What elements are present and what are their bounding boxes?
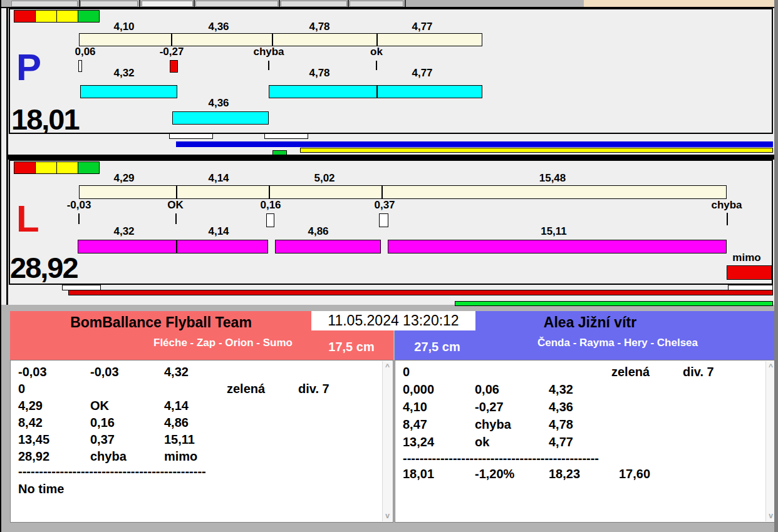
lane-l-panel: 4,29 4,14 5,02 15,48 -0,03 OK 0,16 0,37 … — [9, 160, 773, 285]
toolbar-fragment — [142, 1, 193, 7]
result-cell: 4,36 — [549, 399, 573, 415]
timeline-white-bar — [169, 133, 213, 139]
toolbar-tick — [348, 0, 349, 7]
lane-p-panel: 4,10 4,36 4,78 4,77 0,06 -0,27 chyba ok … — [9, 8, 773, 134]
timeline-yellow-bar — [300, 148, 773, 153]
total-diff-cell: -1,20% — [475, 466, 514, 482]
result-row: 13,45 0,37 15,11 — [11, 431, 393, 448]
team-left-dogs: Fléche - Zap - Orion - Sumo — [98, 337, 348, 349]
total-cell: 18,23 — [549, 466, 580, 482]
pass-marker-tick — [268, 61, 269, 70]
result-cell: 4,10 — [403, 399, 427, 415]
pass-mark-label: chyba — [241, 46, 297, 58]
dog-time-bar — [269, 85, 482, 98]
team-left-name: BomBallance Flyball Team — [10, 313, 312, 332]
result-cell: 4,14 — [164, 397, 189, 414]
split-bar-divider — [176, 186, 177, 198]
result-row: -0,03 -0,03 4,32 — [11, 364, 393, 381]
pass-mark-label: 0,16 — [242, 200, 299, 211]
result-row: 13,24 ok 4,77 — [395, 434, 776, 451]
split-bar-divider — [269, 186, 270, 198]
divider-dashes: ----------------------------------------… — [403, 450, 599, 466]
dog-time-label: 15,11 — [526, 226, 582, 237]
pass-mark-label: OK — [147, 200, 204, 211]
result-cell: 0 — [403, 364, 410, 380]
result-cell: 4,86 — [164, 414, 189, 431]
left-list-scrollbar[interactable]: ^ v — [382, 361, 392, 521]
status-square-red — [14, 10, 36, 23]
result-row: 28,92 chyba mimo — [11, 448, 393, 465]
team-left-results-list[interactable]: -0,03 -0,03 4,32 0 zelená div. 7 4,29 OK… — [10, 360, 393, 523]
scroll-down-icon[interactable]: v — [383, 512, 392, 519]
split-time-label: 5,02 — [296, 173, 353, 184]
toolbar-tick — [79, 0, 80, 7]
toolbar-fragment — [350, 1, 403, 7]
result-cell: -0,03 — [90, 364, 119, 380]
result-cell: 4,77 — [549, 434, 573, 450]
timeline-blue-bar — [176, 141, 773, 147]
team-right-dogs: Čenda - Rayma - Hery - Chelsea — [461, 337, 774, 349]
flyball-timer-window: 4,10 4,36 4,78 4,77 0,06 -0,27 chyba ok … — [0, 0, 778, 532]
result-row: 8,42 0,16 4,86 — [11, 414, 393, 431]
totals-row: 18,01 -1,20% 18,23 17,60 — [395, 466, 776, 483]
status-square-yellow — [35, 10, 57, 23]
toolbar-fragment — [281, 1, 347, 7]
result-cell: 4,32 — [164, 364, 189, 380]
total-time-cell: 18,01 — [403, 466, 434, 482]
result-cell: chyba — [90, 448, 127, 464]
no-time-label: No time — [18, 481, 64, 497]
lane-divider — [8, 155, 777, 160]
footer-row: No time — [11, 481, 393, 498]
result-cell: 4,78 — [549, 416, 573, 432]
pass-marker-white — [266, 213, 274, 227]
result-cell: 4,29 — [18, 397, 43, 414]
window-right-border — [774, 0, 778, 532]
toolbar-tan-area — [584, 0, 775, 7]
team-right-results-list[interactable]: 0 zelená div. 7 0,000 0,06 4,32 4,10 -0,… — [395, 360, 777, 523]
toolbar-fragment — [80, 1, 138, 7]
lane-l-total-time: 28,92 — [10, 255, 78, 281]
dog-time-label: 4,36 — [190, 98, 247, 109]
result-row: 8,47 chyba 4,78 — [395, 416, 776, 433]
dog-bar-divider — [176, 240, 177, 253]
result-cell: div. 7 — [683, 364, 714, 380]
result-cell: 13,45 — [18, 431, 49, 448]
dog-bar-divider — [376, 86, 378, 98]
scroll-up-icon[interactable]: ^ — [383, 363, 392, 371]
dog-time-bar — [172, 111, 269, 125]
result-cell: 15,11 — [164, 431, 195, 448]
pass-marker-white — [379, 213, 388, 227]
split-time-label: 4,77 — [394, 21, 450, 33]
result-row: 0,000 0,06 4,32 — [395, 381, 776, 398]
result-row: 0 zelená div. 7 — [11, 381, 393, 397]
result-row: 4,10 -0,27 4,36 — [395, 399, 776, 416]
dog-time-label: 4,78 — [291, 68, 348, 79]
dog-time-bar — [78, 240, 268, 253]
split-bar-divider — [272, 34, 273, 46]
timeline-white-bar — [264, 133, 308, 139]
split-time-label: 4,14 — [190, 173, 247, 184]
result-row: 4,29 OK 4,14 — [11, 397, 393, 414]
dog-time-label: 4,32 — [96, 68, 152, 79]
pass-marker-tick — [376, 61, 377, 70]
divider-row: ----------------------------------------… — [395, 450, 776, 467]
overflow-red-bar — [727, 265, 772, 280]
team-right-jump-height: 27,5 cm — [402, 339, 472, 355]
result-cell: 0,06 — [475, 381, 499, 397]
total-cell: 17,60 — [619, 466, 650, 482]
pass-mark-label: 0,37 — [356, 200, 413, 211]
dog-time-bar — [388, 240, 727, 253]
dog-time-label: 4,77 — [394, 68, 450, 79]
dog-time-label: 4,32 — [96, 226, 152, 237]
lane-p-total-time: 18,01 — [11, 106, 79, 133]
team-left-jump-height: 17,5 cm — [317, 339, 386, 355]
split-bar-divider — [376, 34, 378, 46]
pass-marker-red — [170, 60, 178, 73]
split-bar-divider — [381, 186, 383, 198]
result-cell: 0,16 — [90, 414, 115, 431]
lane-l-letter: L — [16, 203, 39, 235]
toolbar-tick — [405, 0, 406, 7]
result-cell: div. 7 — [298, 381, 329, 397]
timeline-green-bar — [455, 301, 773, 306]
result-cell: ok — [475, 434, 489, 450]
